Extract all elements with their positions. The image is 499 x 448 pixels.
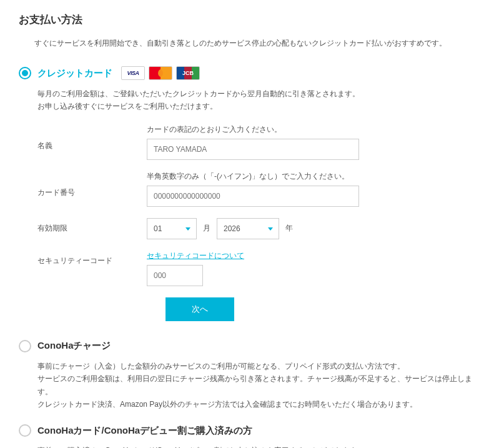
name-hint: カードの表記のとおりご入力ください。 bbox=[147, 124, 480, 135]
option-title-credit: クレジットカード bbox=[37, 67, 112, 79]
charge-desc-3: クレジットカード決済、Amazon Pay以外のチャージ方法では入金確認までにお… bbox=[37, 398, 480, 411]
radio-conoha-card[interactable] bbox=[19, 424, 31, 437]
charge-desc-2: サービスのご利用金額は、利用日の翌日にチャージ残高から引き落とされます。チャージ… bbox=[37, 372, 480, 398]
card-logos: VISA JCB bbox=[121, 66, 200, 80]
charge-desc-1: 事前にチャージ（入金）した金額分のみサービスのご利用が可能となる、プリペイド形式… bbox=[37, 360, 480, 372]
year-suffix: 年 bbox=[285, 223, 293, 234]
cvv-input[interactable] bbox=[147, 265, 203, 286]
number-label: カード番号 bbox=[37, 171, 147, 198]
name-label: 名義 bbox=[37, 124, 147, 151]
cvv-label: セキュリティーコード bbox=[37, 251, 147, 266]
visa-icon: VISA bbox=[121, 66, 145, 80]
number-input[interactable] bbox=[147, 186, 359, 207]
expiry-year-select[interactable]: 2026 bbox=[217, 218, 279, 239]
jcb-icon: JCB bbox=[176, 66, 200, 80]
cvv-info-link[interactable]: セキュリティコードについて bbox=[147, 251, 244, 261]
page-title: お支払い方法 bbox=[19, 12, 480, 27]
credit-form: 名義 カードの表記のとおりご入力ください。 カード番号 半角英数字のみ（「-(ハ… bbox=[37, 124, 480, 321]
credit-desc-2: お申し込み後すぐにサービスをご利用いただけます。 bbox=[37, 100, 480, 112]
mastercard-icon bbox=[149, 66, 172, 80]
card-desc-1: 事前にご購入済みのConoHaカード/ConoHaデビュー割でお申し込みを完了す… bbox=[37, 444, 480, 448]
intro-text: すぐにサービスを利用開始でき、自動引き落としのためサービス停止の心配もないクレジ… bbox=[34, 38, 480, 49]
radio-credit-card[interactable] bbox=[19, 67, 31, 79]
radio-conoha-charge[interactable] bbox=[19, 340, 31, 352]
number-hint: 半角英数字のみ（「-(ハイフン)」なし）でご入力ください。 bbox=[147, 171, 480, 182]
option-conoha-charge: ConoHaチャージ 事前にチャージ（入金）した金額分のみサービスのご利用が可能… bbox=[19, 340, 480, 411]
next-button[interactable]: 次へ bbox=[166, 297, 234, 321]
credit-desc-1: 毎月のご利用金額は、ご登録いただいたクレジットカードから翌月自動的に引き落とされ… bbox=[37, 87, 480, 100]
month-suffix: 月 bbox=[203, 223, 210, 234]
option-credit-card: クレジットカード VISA JCB 毎月のご利用金額は、ご登録いただいたクレジッ… bbox=[19, 66, 480, 321]
name-input[interactable] bbox=[147, 139, 359, 160]
option-conoha-card: ConoHaカード/ConoHaデビュー割ご購入済みの方 事前にご購入済みのCo… bbox=[19, 424, 480, 448]
option-title-charge: ConoHaチャージ bbox=[37, 340, 111, 352]
expiry-month-select[interactable]: 01 bbox=[147, 218, 197, 239]
option-title-card: ConoHaカード/ConoHaデビュー割ご購入済みの方 bbox=[37, 425, 252, 437]
expiry-label: 有効期限 bbox=[37, 218, 147, 234]
